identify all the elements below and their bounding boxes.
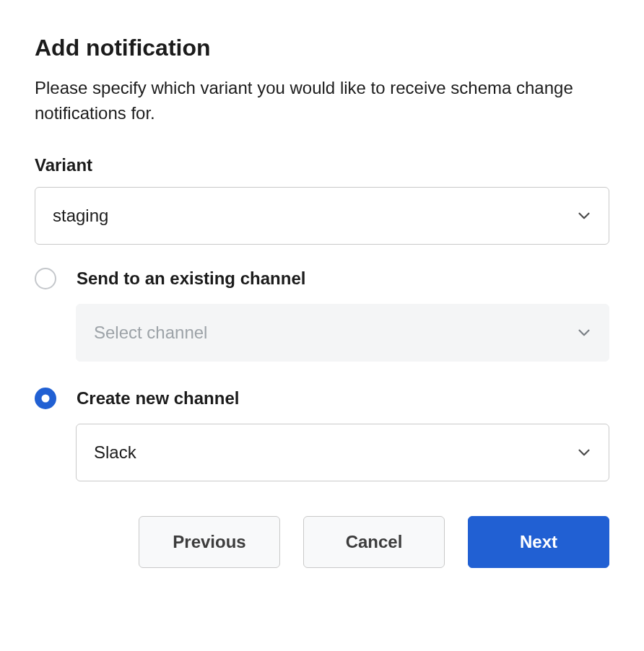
page-description: Please specify which variant you would l… <box>35 76 609 126</box>
variant-select-wrapper: staging <box>35 187 609 245</box>
radio-new-channel[interactable] <box>35 388 56 409</box>
previous-button[interactable]: Previous <box>139 516 280 568</box>
new-channel-select-wrapper: Slack <box>76 424 609 481</box>
variant-select-value: staging <box>53 206 108 226</box>
new-channel-content: Slack <box>76 424 609 481</box>
next-button[interactable]: Next <box>468 516 609 568</box>
radio-new-label: Create new channel <box>77 388 239 408</box>
radio-row-existing: Send to an existing channel <box>35 268 609 289</box>
button-row: Previous Cancel Next <box>35 516 609 568</box>
new-channel-select[interactable]: Slack <box>76 424 609 481</box>
variant-select[interactable]: staging <box>35 187 609 245</box>
radio-existing-channel[interactable] <box>35 268 56 289</box>
new-channel-value: Slack <box>94 442 136 463</box>
page-title: Add notification <box>35 35 609 61</box>
radio-existing-label: Send to an existing channel <box>77 268 305 289</box>
cancel-button[interactable]: Cancel <box>303 516 445 568</box>
existing-channel-select: Select channel <box>76 304 609 362</box>
radio-row-new: Create new channel <box>35 388 609 409</box>
variant-label: Variant <box>35 155 609 175</box>
channel-radio-group: Send to an existing channel Select chann… <box>35 268 609 481</box>
existing-channel-placeholder: Select channel <box>94 323 207 343</box>
existing-channel-select-wrapper: Select channel <box>76 304 609 362</box>
existing-channel-content: Select channel <box>76 304 609 362</box>
